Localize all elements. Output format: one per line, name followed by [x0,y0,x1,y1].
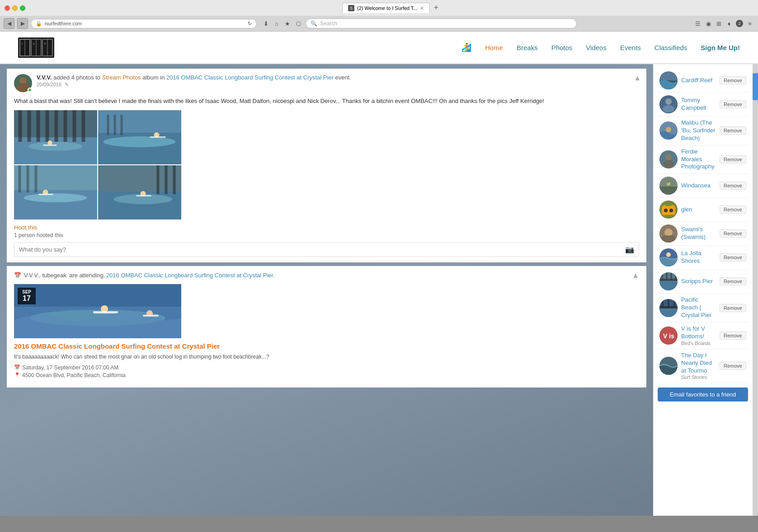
svg-rect-84 [661,272,663,280]
event-desc: It's baaaaaaaaack! Who can shred the mos… [14,353,639,361]
event-image[interactable]: SEP 17 [14,284,181,338]
download-icon[interactable]: ⬇ [261,19,270,28]
svg-rect-87 [675,272,677,280]
extension-icon-4[interactable]: ♦ [725,19,734,28]
extension-icon-2[interactable]: ◉ [704,19,713,28]
email-favorites-button[interactable]: Email favorites to a friend [658,387,748,401]
svg-rect-85 [666,272,668,280]
reload-icon[interactable]: ↻ [248,21,252,27]
sidebar-name-nearly-died[interactable]: The Day I Nearly Died at Tourmo [681,352,716,375]
nav-item-home[interactable]: Home [485,44,503,51]
remove-btn-swamis[interactable]: Remove [720,229,746,238]
sidebar-name-malibu[interactable]: Malibu (The 'Bu, Surfrider Beach) [681,119,716,142]
photo-cell-4[interactable] [98,165,181,219]
home-icon[interactable]: ⌂ [272,19,281,28]
event-title[interactable]: 2016 OMBAC Classic Longboard Surfing Con… [14,342,639,351]
remove-btn-nearly-died[interactable]: Remove [720,362,746,370]
search-placeholder: Search [320,20,337,27]
svg-point-74 [664,209,668,212]
nav-item-signup[interactable]: Sign Me Up! [701,44,740,51]
online-indicator [28,88,32,92]
remove-btn-tommy-campbell[interactable]: Remove [720,100,746,108]
nav-item-videos[interactable]: Videos [586,44,607,51]
close-button[interactable] [5,5,10,11]
calendar-icon: 📅 [14,364,20,370]
post-1-collapse-button[interactable]: ▲ [634,74,641,82]
remove-btn-cardiff-reef[interactable]: Remove [720,76,746,84]
pocket-icon[interactable]: ⬡ [294,19,303,28]
browser-chrome: S (2) Welcome to I Surfed T... ✕ + ◀ ▶ 🔒… [0,0,758,32]
svg-rect-39 [19,165,21,192]
photo-cell-3[interactable] [14,165,97,219]
svg-point-79 [666,252,671,257]
new-tab-button[interactable]: + [432,3,440,13]
sidebar-name-tommy-campbell[interactable]: Tommy Campbell [681,97,716,112]
sidebar-name-swamis[interactable]: Swami's (Swamis) [681,226,716,241]
svg-point-23 [28,142,83,151]
sidebar-avatar-swamis [659,224,678,243]
lock-icon: 🔒 [36,21,42,27]
browser-tab[interactable]: S (2) Welcome to I Surfed T... ✕ [342,3,430,13]
browser-search-bar[interactable]: 🔍 Search [306,19,577,28]
sidebar-name-v-bottoms[interactable]: V is for V Bottoms! [681,325,716,341]
post-1-event-link[interactable]: 2016 OMBAC Classic Longboard Surfing Con… [166,74,334,81]
sidebar-name-windansea[interactable]: Windansea [681,182,716,190]
sidebar-name-glen[interactable]: glen [681,206,716,214]
address-bar[interactable]: 🔒 isurfedthere.com ↻ [31,19,257,28]
comment-input[interactable] [19,246,625,253]
svg-text:V is: V is [663,332,674,340]
nav-item-classifieds[interactable]: Classifieds [654,44,687,51]
camera-icon[interactable]: 📷 [625,245,634,254]
post-1-action-line: V.V.V. added 4 photos to Stream Photos a… [37,74,639,81]
url-text[interactable]: isurfedthere.com [45,21,82,26]
menu-icon[interactable]: ≡ [745,19,754,28]
remove-btn-pacific-beach[interactable]: Remove [720,304,746,312]
sidebar-avatar-tommy-campbell [659,95,678,113]
sidebar-avatar-v-bottoms: V is [659,327,678,345]
svg-rect-30 [150,136,166,138]
remove-btn-v-bottoms[interactable]: Remove [720,331,746,340]
attending-event-link[interactable]: 2016 OMBAC Classic Longboard Surfing Con… [106,272,275,279]
sidebar-name-pacific-beach[interactable]: Pacific Beach | Crystal Pier [681,296,716,319]
event-month: SEP [21,289,32,294]
scrollbar-thumb[interactable] [753,73,758,100]
remove-btn-ferdie[interactable]: Remove [720,155,746,163]
sidebar-name-scripps-pier[interactable]: Scripps Pier [681,278,716,285]
scrollbar-track[interactable] [753,64,758,516]
remove-btn-scripps-pier[interactable]: Remove [720,277,746,285]
photo-cell-2[interactable] [98,110,181,164]
post-2-collapse-button[interactable]: ▲ [632,271,639,280]
extension-icon-1[interactable]: ☰ [693,19,702,28]
tab-close-button[interactable]: ✕ [420,5,424,11]
site-logo[interactable]: I S T [18,36,54,59]
extension-icon-3[interactable]: ⊞ [714,19,723,28]
sidebar-name-ferdie[interactable]: Ferdie Morales Photography [681,148,716,171]
nav-item-events[interactable]: Events [620,44,641,51]
maximize-button[interactable] [20,5,25,11]
nav-item-photos[interactable]: Photos [551,44,573,51]
back-button[interactable]: ◀ [4,18,14,29]
nav-item-breaks[interactable]: Breaks [517,44,538,51]
svg-rect-41 [35,165,38,192]
remove-btn-malibu[interactable]: Remove [720,126,746,135]
sidebar-avatar-glen [659,201,678,219]
edit-icon[interactable]: ✎ [65,82,69,87]
remove-btn-glen[interactable]: Remove [720,205,746,214]
sidebar-name-la-jolla[interactable]: La Jolla Shores [681,250,716,265]
forward-button[interactable]: ▶ [17,18,28,29]
hoot-link[interactable]: Hoot this [14,224,37,231]
svg-rect-92 [668,299,669,307]
svg-point-28 [104,136,176,147]
svg-rect-22 [82,110,85,142]
photo-cell-1[interactable] [14,110,97,164]
notification-badge[interactable]: 2 [735,19,744,28]
remove-btn-windansea[interactable]: Remove [720,182,746,190]
bookmark-icon[interactable]: ★ [283,19,292,28]
minimize-button[interactable] [12,5,18,11]
sidebar-name-cardiff-reef[interactable]: Cardiff Reef [681,77,716,84]
post-1-action2: album in [142,74,165,81]
remove-btn-la-jolla[interactable]: Remove [720,253,746,261]
post-1-meta: V.V.V. added 4 photos to Stream Photos a… [37,74,639,88]
attending-icon: 📅 [14,272,21,279]
post-1-stream-link[interactable]: Stream Photos [102,74,141,81]
